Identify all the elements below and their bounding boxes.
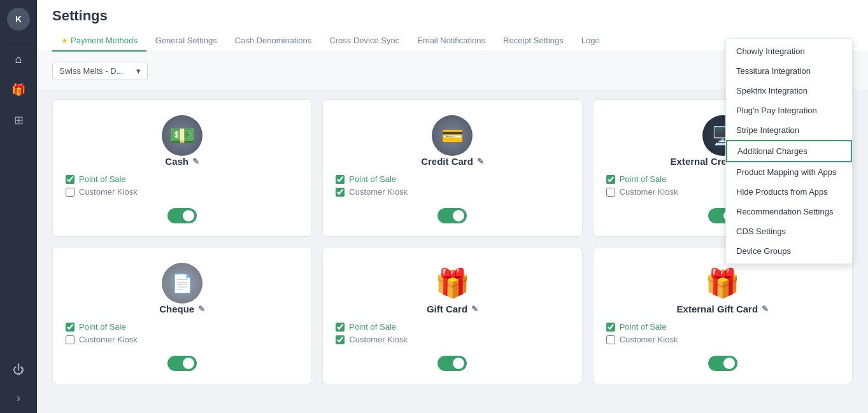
kiosk-checkbox-row: Customer Kiosk — [336, 335, 569, 344]
pos-label: Point of Sale — [79, 174, 126, 184]
pos-checkbox-cheque[interactable] — [66, 323, 75, 332]
kiosk-checkbox-row: Customer Kiosk — [606, 335, 839, 344]
kiosk-label: Customer Kiosk — [349, 335, 408, 344]
payment-card-external-gift-card: 🎁 External Gift Card ✎ Point of Sale Cus… — [593, 247, 853, 384]
cash-icon: 💵 — [162, 115, 203, 156]
card-title-label: Gift Card — [427, 304, 467, 314]
tab-payment-methods[interactable]: ★Payment Methods — [52, 31, 146, 52]
tab-label: Logo — [581, 36, 600, 45]
menu-item-additional-charges[interactable]: Additional Charges — [726, 140, 852, 162]
tab-logo[interactable]: Logo — [573, 31, 609, 52]
menu-item-product-mapping-with-apps[interactable]: Product Mapping with Apps — [726, 162, 852, 182]
kiosk-label: Customer Kiosk — [79, 335, 138, 344]
pos-checkbox-external-gift-card[interactable] — [606, 323, 615, 332]
card-title-gift-card: Gift Card ✎ — [427, 304, 478, 314]
gift-icon: 🎁 — [432, 263, 473, 304]
dropdown-arrow-icon: ▾ — [136, 66, 141, 76]
kiosk-checkbox-row: Customer Kiosk — [336, 187, 569, 197]
card-title-label: External Gift Card — [677, 304, 758, 314]
menu-item-hide-products-from-apps[interactable]: Hide Products from Apps — [726, 182, 852, 202]
pos-checkbox-row: Point of Sale — [66, 174, 299, 184]
dropdown-value: Swiss Melts - D... — [59, 66, 123, 76]
home-icon[interactable]: ⌂ — [6, 46, 31, 72]
kiosk-checkbox-cheque[interactable] — [66, 335, 75, 344]
power-icon[interactable]: ⏻ — [6, 357, 31, 382]
tab-label: Receipt Settings — [503, 36, 564, 45]
menu-item-spektrix-integration[interactable]: Spektrix Integration — [726, 81, 852, 101]
kiosk-label: Customer Kiosk — [620, 187, 678, 197]
sidebar: K ⌂ 🎁 ⊞ ⏻ › — [0, 0, 37, 413]
pos-checkbox-cash[interactable] — [66, 175, 75, 184]
tab-receipt-settings[interactable]: Receipt Settings — [494, 31, 573, 52]
toggle-credit-card[interactable] — [438, 208, 467, 223]
toggle-wrap-external-gift-card — [708, 356, 737, 371]
payment-card-cheque: 📄 Cheque ✎ Point of Sale Customer Kiosk — [52, 247, 312, 384]
tab-general-settings[interactable]: General Settings — [146, 31, 226, 52]
payment-card-cash: 💵 Cash ✎ Point of Sale Customer Kiosk — [52, 99, 312, 237]
menu-item-cds-settings[interactable]: CDS Settings — [726, 221, 852, 241]
pos-checkbox-credit-card[interactable] — [336, 175, 345, 184]
menu-item-tessitura-integration[interactable]: Tessitura Integration — [726, 61, 852, 81]
kiosk-checkbox-cash[interactable] — [66, 188, 75, 197]
edit-icon-gift-card[interactable]: ✎ — [471, 304, 478, 314]
edit-icon-external-gift-card[interactable]: ✎ — [762, 304, 769, 314]
tab-label: General Settings — [155, 36, 217, 45]
star-icon: ★ — [61, 36, 68, 45]
toggle-cheque[interactable] — [167, 356, 197, 371]
kiosk-label: Customer Kiosk — [349, 187, 408, 197]
card-checkboxes-gift-card: Point of Sale Customer Kiosk — [336, 322, 569, 344]
kiosk-checkbox-external-credit-card[interactable] — [606, 188, 615, 197]
tab-cross-device-sync[interactable]: Cross Device Sync — [320, 31, 408, 52]
grid-icon[interactable]: ⊞ — [6, 108, 31, 133]
pos-label: Point of Sale — [79, 322, 126, 332]
toggle-wrap-cheque — [167, 356, 197, 371]
main-content: Settings ★Payment MethodsGeneral Setting… — [37, 0, 868, 413]
kiosk-checkbox-external-gift-card[interactable] — [606, 335, 615, 344]
sidebar-divider — [4, 41, 33, 41]
kiosk-checkbox-row: Customer Kiosk — [66, 187, 299, 197]
tab-label: Payment Methods — [71, 36, 138, 45]
kiosk-checkbox-gift-card[interactable] — [336, 335, 345, 344]
menu-item-recommendation-settings[interactable]: Recommendation Settings — [726, 202, 852, 221]
card-title-external-gift-card: External Gift Card ✎ — [677, 304, 769, 314]
pos-label: Point of Sale — [620, 174, 667, 184]
location-dropdown[interactable]: Swiss Melts - D... ▾ — [52, 62, 148, 80]
edit-icon-cash[interactable]: ✎ — [192, 157, 199, 166]
toggle-gift-card[interactable] — [438, 356, 467, 371]
tab-email-notifications[interactable]: Email Notifications — [408, 31, 494, 52]
payment-card-gift-card: 🎁 Gift Card ✎ Point of Sale Customer Kio… — [322, 247, 582, 384]
pos-checkbox-row: Point of Sale — [336, 174, 569, 184]
pos-checkbox-row: Point of Sale — [606, 322, 839, 332]
pos-checkbox-gift-card[interactable] — [336, 323, 345, 332]
edit-icon-cheque[interactable]: ✎ — [198, 304, 205, 314]
tab-cash-denominations[interactable]: Cash Denominations — [226, 31, 321, 52]
gift-nav-icon[interactable]: 🎁 — [6, 77, 31, 102]
toggle-wrap-credit-card — [438, 208, 467, 223]
toggle-wrap-gift-card — [438, 356, 467, 371]
kiosk-checkbox-row: Customer Kiosk — [66, 335, 299, 344]
menu-item-plug'n-pay-integration[interactable]: Plug'n Pay Integration — [726, 101, 852, 120]
card-checkboxes-credit-card: Point of Sale Customer Kiosk — [336, 174, 569, 197]
toggle-cash[interactable] — [167, 208, 197, 223]
toggle-wrap-cash — [167, 208, 197, 223]
tab-label: Cash Denominations — [235, 36, 312, 45]
pos-label: Point of Sale — [349, 174, 396, 184]
tab-label: Email Notifications — [417, 36, 485, 45]
pos-label: Point of Sale — [349, 322, 396, 332]
pos-checkbox-row: Point of Sale — [336, 322, 569, 332]
tab-label: Cross Device Sync — [329, 36, 399, 45]
card-checkboxes-cash: Point of Sale Customer Kiosk — [66, 174, 299, 197]
pos-label: Point of Sale — [620, 322, 667, 332]
kiosk-checkbox-credit-card[interactable] — [336, 188, 345, 197]
toggle-external-gift-card[interactable] — [708, 356, 737, 371]
menu-item-chowly-integration[interactable]: Chowly Integration — [726, 41, 852, 61]
card-title-label: Cash — [165, 156, 189, 167]
credit-card-icon: 💳 — [432, 115, 473, 156]
edit-icon-credit-card[interactable]: ✎ — [477, 157, 484, 166]
pos-checkbox-external-credit-card[interactable] — [606, 175, 615, 184]
menu-item-device-groups[interactable]: Device Groups — [726, 241, 852, 261]
card-title-label: Credit Card — [421, 156, 473, 167]
avatar[interactable]: K — [7, 8, 30, 31]
menu-item-stripe-integration[interactable]: Stripe Integration — [726, 120, 852, 140]
chevron-right-icon[interactable]: › — [6, 385, 31, 410]
